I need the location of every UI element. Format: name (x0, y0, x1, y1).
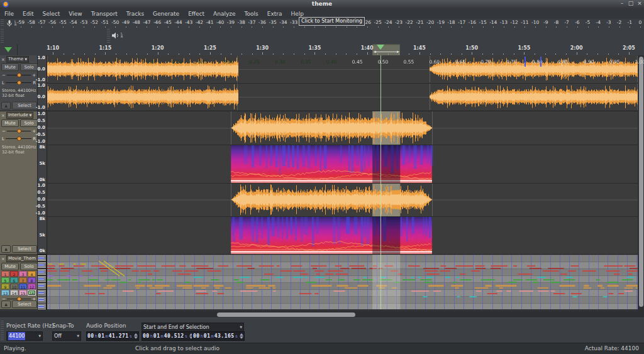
toolbar-grip[interactable] (1, 321, 4, 341)
scale-label: 0.0 (38, 94, 45, 99)
playback-meter-scale-label: 0.25 (249, 59, 260, 65)
midi-channel-button-2[interactable]: 2 (10, 271, 18, 277)
midi-channel-button-10[interactable]: 10 (10, 284, 18, 289)
actual-rate-status: Actual Rate: 44100 (585, 345, 639, 351)
vertical-scale-ruler[interactable]: 1.00.50.0-0.5-1.08k5k0k1.00.50.0-0.5-1.0… (38, 111, 47, 254)
scale-label: 1.0 (38, 183, 45, 188)
vertical-scrollbar[interactable] (638, 55, 644, 311)
db-scale-label: -8 (554, 19, 558, 25)
midi-channel-button-6[interactable]: 6 (10, 277, 18, 283)
menu-item-select[interactable]: Select (38, 9, 65, 19)
midi-channel-button-9[interactable]: 9 (1, 284, 9, 289)
db-scale-label: -46 (153, 19, 161, 25)
toolbar-grip[interactable] (1, 19, 4, 27)
solo-button[interactable]: Solo (20, 64, 38, 71)
menu-item-file[interactable]: File (0, 9, 18, 19)
collapse-button[interactable]: ▲ (1, 301, 11, 308)
mute-button[interactable]: Mute (1, 263, 19, 270)
midi-channel-button-5[interactable]: 5 (1, 277, 9, 283)
selection-mode-value: Start and End of Selection (143, 323, 209, 331)
midi-channel-button-13[interactable]: 13 (1, 290, 9, 296)
select-button[interactable]: Select (12, 245, 37, 253)
solo-button[interactable]: Solo (20, 263, 38, 270)
track-name-button[interactable]: Interlude ▼ (6, 112, 33, 119)
piano-keyboard-strip[interactable] (38, 255, 47, 309)
restore-button[interactable]: □ (626, 0, 635, 6)
vertical-scale-ruler[interactable]: 1.00.0-1.01.00.0-1.0 (38, 55, 47, 111)
menu-item-generate[interactable]: Generate (148, 9, 184, 19)
track-close-icon[interactable]: × (1, 257, 6, 262)
midi-channel-button-16[interactable]: 16 (28, 290, 36, 296)
horizontal-scrollbar-thumb[interactable] (217, 313, 355, 317)
db-scale-label: -16 (469, 19, 476, 25)
midi-channel-button-15[interactable]: 15 (19, 290, 27, 296)
theme-waveform-canvas[interactable] (47, 55, 638, 111)
gain-slider[interactable]: − + (2, 72, 36, 78)
horizontal-scrollbar[interactable] (0, 311, 644, 318)
select-button[interactable]: Select (12, 102, 37, 109)
track-theme-panel[interactable]: × Theme ▼ Mute Solo − + L R Stereo, 4410… (0, 55, 38, 111)
track-name-button[interactable]: Movie_Them ▼ (6, 255, 38, 262)
timeline-label: 1:40 (361, 45, 374, 51)
interlude-waveform-spectrogram-canvas[interactable] (47, 111, 638, 254)
midi-channel-button-1[interactable]: 1 (1, 271, 9, 277)
midi-notes-canvas[interactable] (47, 255, 638, 309)
mute-button[interactable]: Mute (1, 64, 19, 71)
snap-to-combobox[interactable]: Off ▼ (52, 331, 81, 341)
menu-item-tracks[interactable]: Tracks (122, 9, 148, 19)
track-movie-theme-panel[interactable]: × Movie_Them ▼ Mute Solo 123456789101112… (0, 255, 38, 309)
collapse-button[interactable]: ▲ (1, 245, 11, 253)
project-rate-combobox[interactable]: 44100 ▼ (6, 331, 43, 341)
db-scale-label: -47 (143, 19, 150, 25)
pinned-playhead-button[interactable] (0, 44, 18, 55)
midi-channel-button-4[interactable]: 4 (28, 271, 36, 277)
solo-button[interactable]: Solo (20, 119, 38, 127)
timeline-ruler[interactable]: ◄ ► 1:101:151:201:251:301:351:401:451:50… (0, 44, 644, 56)
menu-item-transport[interactable]: Transport (87, 9, 122, 19)
midi-channel-button-8[interactable]: 8 (28, 277, 36, 283)
menu-item-tools[interactable]: Tools (240, 9, 263, 19)
audacity-window: { "window": {"title": "theme", "minimize… (0, 0, 644, 354)
pan-slider[interactable]: L R (2, 136, 36, 141)
gain-slider[interactable]: − + (2, 128, 36, 134)
midi-channel-button-12[interactable]: 12 (28, 284, 36, 289)
menu-item-view[interactable]: View (64, 9, 86, 19)
db-scale-label: -10 (531, 19, 539, 25)
mute-button[interactable]: Mute (1, 119, 19, 127)
collapse-button[interactable]: ▲ (1, 102, 11, 109)
playhead-triangle[interactable] (377, 45, 384, 50)
toolbar-grip[interactable] (1, 29, 4, 43)
gain-slider-thumb[interactable] (17, 73, 21, 77)
toolbar-grip[interactable] (107, 29, 110, 43)
vertical-scrollbar-thumb[interactable] (639, 57, 643, 307)
menu-item-effect[interactable]: Effect (184, 9, 209, 19)
pan-slider[interactable]: L R (2, 80, 36, 86)
playback-meter-channel-labels: LR (121, 32, 123, 38)
selection-start-field[interactable]: 00h01m40.512s (142, 331, 194, 341)
menu-item-analyze[interactable]: Analyze (209, 9, 240, 19)
audio-position-field[interactable]: 00h01m41.271s (86, 331, 139, 341)
midi-channel-button-14[interactable]: 14 (10, 290, 18, 296)
midi-channel-button-7[interactable]: 7 (19, 277, 27, 283)
db-scale-label: -5 (586, 19, 590, 25)
db-scale-label: -53 (80, 19, 87, 25)
selection-mode-combobox[interactable]: Start and End of Selection ▼ (142, 323, 244, 332)
menu-item-edit[interactable]: Edit (18, 9, 38, 19)
pan-slider-thumb[interactable] (17, 136, 21, 141)
scale-label: -1.0 (36, 105, 45, 110)
midi-channel-button-3[interactable]: 3 (19, 271, 27, 277)
track-name-button[interactable]: Theme ▼ (6, 56, 29, 63)
track-interlude-panel[interactable]: × Interlude ▼ Mute Solo − + L R Stereo, … (0, 111, 38, 254)
gain-slider-thumb[interactable] (17, 129, 21, 133)
menu-item-extra[interactable]: Extra (263, 9, 287, 19)
pan-slider-thumb[interactable] (17, 80, 21, 85)
select-button[interactable]: Select (12, 301, 37, 308)
speaker-icon (111, 31, 119, 40)
minimize-button[interactable]: – (618, 0, 626, 6)
track-close-icon[interactable]: × (1, 57, 6, 62)
scale-label: 0.0 (38, 197, 45, 202)
selection-end-field[interactable]: 00h01m43.165s (192, 331, 245, 341)
track-close-icon[interactable]: × (1, 113, 6, 118)
close-button[interactable]: × (635, 0, 644, 6)
midi-channel-button-11[interactable]: 11 (19, 284, 27, 289)
